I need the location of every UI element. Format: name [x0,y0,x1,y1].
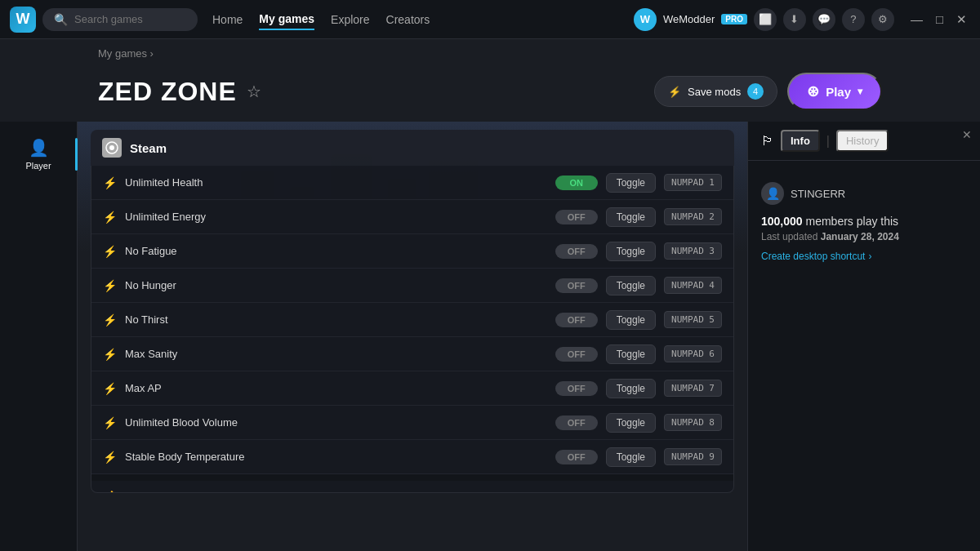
chevron-right-icon: › [868,251,871,262]
toggle-button[interactable]: Toggle [606,344,656,364]
toggle-button[interactable]: Toggle [606,447,656,467]
toggle-button[interactable]: Toggle [606,310,656,330]
left-sidebar: 👤 Player [0,122,78,551]
bolt-icon: ⚡ [668,86,681,98]
favorite-icon[interactable]: ☆ [247,82,261,101]
toggle-off[interactable]: OFF [555,415,598,430]
page-header: ZED ZONE ☆ ⚡ Save mods 4 ⊛ Play ▾ [0,68,980,122]
save-mods-count: 4 [747,83,764,100]
toggle-on[interactable]: ON [555,176,598,190]
discord-icon[interactable]: 💬 [813,8,835,31]
table-row: ⚡ Unlimited Health ON Toggle NUMPAD 1 [91,166,733,200]
toggle-off[interactable]: OFF [555,381,598,396]
flag-icon: 🏳 [761,134,774,149]
key-badge: NUMPAD 8 [664,414,722,431]
search-box[interactable]: 🔍 [42,8,198,31]
mods-table: ⚡ Unlimited Health ON Toggle NUMPAD 1 ⚡ … [91,166,734,493]
bolt-icon: ⚡ [103,245,117,258]
save-mods-button[interactable]: ⚡ Save mods 4 [654,76,777,107]
toggle-button[interactable]: Toggle [606,242,656,261]
tab-history[interactable]: History [836,130,889,152]
bolt-icon: ⚡ [103,176,117,189]
bolt-icon: ⚡ [103,211,117,224]
table-row: ⚡ No Thirst OFF Toggle NUMPAD 5 [91,303,733,337]
avatar: W [634,8,657,31]
close-icon[interactable]: ✕ [962,128,972,141]
mod-name: No Thirst [125,313,547,326]
table-row: ⚡ Unlimited Blood Volume OFF Toggle NUMP… [91,406,733,440]
sidebar-item-label: Player [25,161,51,171]
nav-creators[interactable]: Creators [386,10,430,29]
key-badge: NUMPAD 2 [664,208,722,225]
table-row: ⚡ Unlimited Energy OFF Toggle NUMPAD 2 [91,200,733,234]
toggle-button[interactable]: Toggle [606,379,656,398]
desktop-shortcut-link[interactable]: Create desktop shortcut › [761,251,967,262]
downloads-icon[interactable]: ⬇ [783,8,806,31]
mod-name: No Fatigue [125,245,547,257]
main-content: 👤 Player Steam [0,122,980,551]
bolt-icon: ⚡ [103,382,117,395]
mod-name: Max AP [125,382,547,394]
last-updated: Last updated January 28, 2024 [761,231,967,242]
username: WeModder [663,13,715,25]
key-badge: NUMPAD 1 [664,174,722,191]
minimize-button[interactable]: — [907,11,926,29]
toggle-button[interactable]: Toggle [606,276,656,295]
window-controls: — □ ✕ [907,11,970,29]
search-input[interactable] [74,13,186,25]
nav-home[interactable]: Home [212,10,243,29]
breadcrumb-separator: › [150,47,154,60]
titlebar: W 🔍 Home My games Explore Creators W WeM… [0,0,980,39]
members-count: 100,000 members play this [761,215,967,228]
key-badge: NUMPAD 9 [664,448,722,465]
toggle-button[interactable]: Toggle [606,413,656,433]
tab-divider: | [826,134,830,149]
sidebar-item-player[interactable]: 👤 Player [6,130,71,179]
game-area: Steam ⚡ Unlimited Health ON Toggle NUMPA… [78,122,747,551]
play-button[interactable]: ⊛ Play ▾ [787,73,882,110]
table-row: ⚡ No Fatigue OFF Toggle NUMPAD 3 [91,234,733,269]
right-panel: 🏳 Info | History ✕ 👤 STINGERR 100,000 me… [747,122,980,551]
notifications-icon[interactable]: ⬜ [754,8,777,31]
thumbsup-icon: 👍 [103,490,119,492]
toggle-off[interactable]: OFF [555,278,598,293]
settings-icon[interactable]: ⚙ [871,8,894,31]
toggle-off[interactable]: OFF [555,450,598,464]
steam-section: Steam ⚡ Unlimited Health ON Toggle NUMPA… [91,130,734,493]
toggle-off[interactable]: OFF [555,347,598,362]
play-logo: ⊛ [807,82,819,100]
pro-badge: PRO [721,14,747,24]
toggle-button[interactable]: Toggle [606,173,656,193]
chevron-down-icon: ▾ [858,86,862,97]
toggle-off[interactable]: OFF [555,313,598,327]
toggle-off[interactable]: OFF [555,244,598,259]
nav-explore[interactable]: Explore [331,10,369,29]
maximize-button[interactable]: □ [933,11,947,29]
mod-name: Unlimited Energy [125,211,547,223]
bolt-icon: ⚡ [103,279,117,292]
tab-info[interactable]: Info [781,130,820,152]
key-badge: NUMPAD 4 [664,277,722,294]
page-title: ZED ZONE [98,77,237,107]
table-row: ⚡ No Hunger OFF Toggle NUMPAD 4 [91,269,733,303]
app-logo: W [10,7,36,33]
table-row: ⚡ Max Sanity OFF Toggle NUMPAD 6 [91,337,733,371]
help-icon[interactable]: ? [842,8,865,31]
table-row: ⚡ Max AP OFF Toggle NUMPAD 7 [91,371,733,406]
nav-links: Home My games Explore Creators [212,9,430,30]
creator-row: 👤 STINGERR [761,182,967,205]
toggle-off[interactable]: OFF [555,210,598,224]
mod-name: Unlimited Health [125,176,547,189]
key-badge: NUMPAD 7 [664,380,722,397]
key-badge: NUMPAD 6 [664,345,722,362]
close-button[interactable]: ✕ [953,11,970,29]
nav-my-games[interactable]: My games [259,9,314,30]
breadcrumb-parent[interactable]: My games [98,47,147,60]
key-badge: NUMPAD 3 [664,242,722,260]
panel-tabs: 🏳 Info | History [748,122,980,161]
steam-label: Steam [130,141,167,155]
mod-name: Max Sanity [125,348,547,360]
mod-name: Stable Body Temperature [125,451,547,463]
table-row: 👍 [91,481,733,492]
toggle-button[interactable]: Toggle [606,207,656,227]
